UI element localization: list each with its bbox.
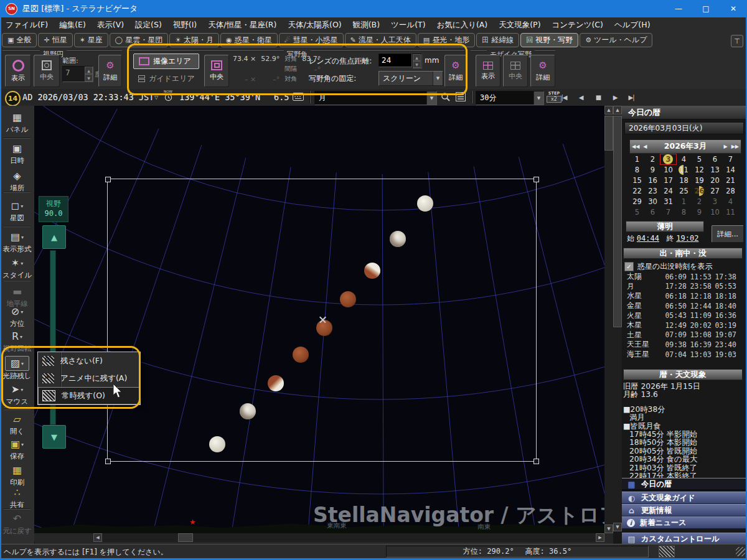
sidebar-item-開く[interactable]: ▱開く — [0, 413, 34, 436]
panel-button-今日の暦[interactable]: ▦今日の暦 — [622, 478, 747, 490]
panel-button-新着ニュース[interactable]: i新着ニュース — [622, 516, 747, 529]
tab-経緯線[interactable]: 田経緯線 — [476, 33, 519, 47]
fov-detail-button[interactable]: ⚙ 詳細 — [98, 55, 122, 87]
range-up-icon[interactable]: ▲ — [85, 67, 93, 74]
calendar-day[interactable]: 10 — [707, 207, 723, 217]
pin-icon[interactable]: ⊤ — [731, 35, 743, 47]
stop-button[interactable]: ■ — [591, 91, 605, 103]
calendar-day[interactable]: 4 — [676, 154, 692, 164]
chevron-down-icon[interactable]: ▾ — [21, 235, 24, 240]
calendar-day[interactable]: 30 — [645, 197, 660, 207]
scroll-up-icon[interactable]: ▲ — [613, 106, 622, 114]
calendar-day[interactable]: 14 — [723, 165, 738, 175]
minimize-button[interactable]: — — [665, 0, 692, 17]
chevron-down-icon[interactable]: ▾ — [21, 261, 23, 266]
scroll-down-icon[interactable]: ▼ — [604, 525, 613, 533]
scroll-up-icon[interactable]: ▲ — [604, 106, 613, 114]
frame-handle[interactable] — [533, 177, 539, 182]
checkbox-checked-icon[interactable]: ✓ — [624, 262, 634, 271]
calendar-day[interactable]: 15 — [629, 175, 645, 185]
calendar-next-month-button[interactable]: ▶ — [722, 144, 730, 149]
panel-button-カスタムコントロール[interactable]: ▤カスタムコントロール — [622, 533, 747, 545]
fov-zoom-in-button[interactable]: ▲ — [42, 225, 66, 249]
sidebar-item-日時[interactable]: ▣日時 — [0, 142, 34, 166]
calendar-day[interactable]: 7 — [723, 154, 738, 164]
twilight-begin[interactable]: 04:44 — [637, 234, 659, 243]
fov-zoom-out-button[interactable]: ▼ — [42, 425, 66, 449]
calendar-day[interactable]: 27 — [707, 186, 723, 196]
tab-視野・写野[interactable]: 回視野・写野 — [520, 33, 578, 47]
calendar-day[interactable]: 28 — [723, 186, 738, 196]
calendar-day[interactable]: 11 — [676, 165, 692, 175]
close-button[interactable]: ✕ — [720, 0, 747, 17]
tab-星座[interactable]: ✶星座 — [74, 33, 108, 47]
calendar-day[interactable]: 21 — [723, 175, 738, 185]
calendar-day[interactable]: 4 — [723, 197, 738, 207]
calendar-day[interactable]: 25 — [676, 186, 692, 196]
menu-item-視野(I)[interactable]: 視野(I) — [167, 20, 202, 30]
star-chart[interactable]: 東南東 南東 ★ StellaNavigator / アストロアーツ 視野 90… — [34, 106, 604, 533]
calendar-day[interactable]: 11 — [723, 207, 738, 217]
panel-button-天文現象ガイド[interactable]: ◐天文現象ガイド — [622, 492, 747, 504]
frame-handle[interactable] — [105, 177, 111, 182]
planets-checkbox-row[interactable]: ✓ 惑星の出没時刻を表示 — [624, 261, 713, 272]
calendar-prev-year-button[interactable]: ◀◀ — [630, 144, 641, 149]
v-scrollbar[interactable]: ▲ ▼ — [604, 106, 613, 533]
menu-item-ツール(T)[interactable]: ツール(T) — [385, 20, 431, 30]
h-scroll-thumb[interactable] — [178, 533, 193, 542]
calendar-day[interactable]: 18 — [676, 175, 692, 185]
sidebar-item-スタイル[interactable]: ✶▾スタイル — [0, 256, 34, 280]
calendar-day[interactable]: 24 — [660, 186, 676, 196]
calendar-day[interactable]: 29 — [629, 197, 645, 207]
sidebar-item-表示形式[interactable]: ▤▾表示形式 — [0, 230, 34, 254]
calendar-day[interactable]: 22 — [629, 186, 645, 196]
mosaic-show-button[interactable]: 表示 — [476, 55, 500, 87]
calendar-day[interactable]: 20 — [707, 175, 723, 185]
calendar-day[interactable]: 7 — [660, 207, 676, 217]
range-down-icon[interactable]: ▼ — [85, 74, 93, 82]
calendar-day[interactable]: 5 — [629, 207, 645, 217]
resize-grip[interactable] — [736, 547, 745, 556]
menu-item-ヘルプ(H)[interactable]: ヘルプ(H) — [609, 20, 656, 30]
calendar-day[interactable]: 13 — [707, 165, 723, 175]
h-scrollbar[interactable]: ◀ ▶ — [93, 533, 604, 542]
menu-item-観測(B)[interactable]: 観測(B) — [347, 20, 385, 30]
menu-item-設定(S)[interactable]: 設定(S) — [129, 20, 167, 30]
v-scroll-thumb[interactable] — [604, 116, 613, 151]
menu-item-編集(E)[interactable]: 編集(E) — [54, 20, 92, 30]
menu-item-表示(V)[interactable]: 表示(V) — [92, 20, 129, 30]
calendar-day[interactable]: 1 — [629, 154, 645, 164]
play-button[interactable]: ▶ — [608, 91, 622, 103]
calendar-day[interactable]: 8 — [676, 207, 692, 217]
calendar-day[interactable]: 26 — [692, 186, 707, 196]
sidebar-item-保存[interactable]: ▣▾保存 — [0, 437, 34, 461]
scroll-down-icon[interactable]: ▼ — [613, 523, 622, 531]
dropdown-caret-icon[interactable]: ▽ — [154, 95, 158, 100]
calendar-day[interactable]: 9 — [645, 165, 660, 175]
interval-select[interactable]: 30分 ▼ — [476, 91, 544, 105]
fov-show-button[interactable]: 表示 — [5, 55, 31, 87]
scroll-right-icon[interactable]: ▶ — [596, 533, 604, 542]
calendar-day[interactable]: 3 — [660, 154, 676, 164]
maximize-button[interactable]: □ — [692, 0, 720, 17]
calendar-prev-month-button[interactable]: ◀ — [641, 144, 649, 149]
calendar-day[interactable]: 1 — [676, 197, 692, 207]
chevron-down-icon[interactable]: ▾ — [21, 309, 23, 315]
calendar-day[interactable]: 9 — [692, 207, 707, 217]
skip-to-end-button[interactable]: ▶| — [624, 91, 638, 103]
frame-handle[interactable] — [533, 459, 539, 464]
mosaic-detail-button[interactable]: ⚙ 詳細 — [530, 55, 555, 87]
menu-item-天体/恒星・星座(R)[interactable]: 天体/恒星・星座(R) — [202, 20, 282, 30]
fov-center-button[interactable]: 中央 — [34, 55, 60, 87]
calendar-day[interactable]: 16 — [645, 175, 660, 185]
twilight-end[interactable]: 19:02 — [676, 234, 698, 243]
calendar-day[interactable]: 19 — [692, 175, 707, 185]
sidebar-item-印刷[interactable]: ▦印刷 — [0, 464, 34, 487]
panel-button-更新情報[interactable]: ⌂更新情報 — [622, 504, 747, 516]
tab-恒星[interactable]: ✛恒星 — [38, 33, 72, 47]
calendar-day[interactable]: 2 — [692, 197, 707, 207]
step-back-button[interactable]: ◀ — [574, 91, 588, 103]
panel-scrollbar[interactable]: ▲ ▼ — [613, 106, 622, 531]
menu-item-ファイル(F)[interactable]: ファイル(F) — [0, 20, 54, 30]
calendar-day[interactable]: 12 — [692, 165, 707, 175]
